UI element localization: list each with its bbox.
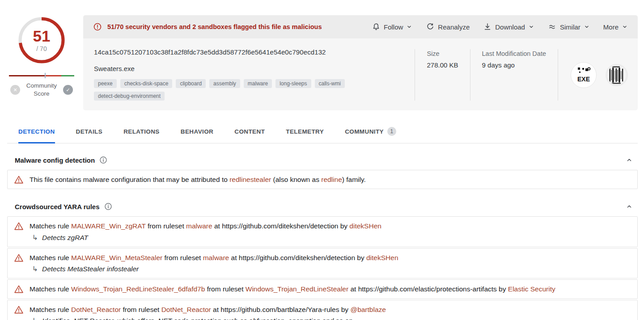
yara-section-header: Crowdsourced YARA rules <box>7 190 638 216</box>
cross-glyph: ✕ <box>13 87 17 93</box>
check-circle-icon[interactable]: ✓ <box>63 85 73 95</box>
cross-circle-icon[interactable]: ✕ <box>10 85 20 95</box>
rule-match-line: Matches rule MALWARE_Win_MetaStealer fro… <box>30 253 398 263</box>
rule-match-line: Matches rule Windows_Trojan_RedLineSteal… <box>30 284 555 294</box>
tab-community-label: COMMUNITY <box>345 128 384 135</box>
toolbar-actions: Follow Reanalyze <box>372 22 628 31</box>
tab-detection[interactable]: DETECTION <box>18 127 55 143</box>
chevron-down-icon <box>528 24 534 30</box>
similar-label: Similar <box>560 23 580 31</box>
info-icon[interactable] <box>99 156 107 164</box>
tag-malware[interactable]: malware <box>244 79 272 88</box>
ruleset-link[interactable]: malware <box>186 222 212 230</box>
tab-telemetry[interactable]: TELEMETRY <box>286 127 324 143</box>
rule-connector: from ruleset <box>162 254 203 261</box>
file-tags: peexe checks-disk-space clipboard assemb… <box>94 79 415 101</box>
score-readout: 51 / 70 <box>17 15 67 65</box>
warning-triangle-icon <box>14 221 24 231</box>
community-score-marker <box>45 73 46 78</box>
rule-connector: at <box>212 222 222 230</box>
reanalyze-button[interactable]: Reanalyze <box>426 22 470 31</box>
tab-behavior[interactable]: BEHAVIOR <box>181 127 213 143</box>
alert-circle-icon <box>93 22 102 31</box>
tag-detect-debug-environment[interactable]: detect-debug-environment <box>94 92 165 101</box>
family-link[interactable]: redlinestealer <box>229 176 271 183</box>
rule-url: https://github.com/bartblaze/Yara-rules <box>220 306 339 313</box>
info-icon[interactable] <box>104 202 112 211</box>
file-meta: Size 278.00 KB Last Modification Date 9 … <box>415 48 628 101</box>
file-hash: 14ca15c0751207103c38f1a2f8fdc73e5dd3d587… <box>94 48 415 56</box>
chevron-up-icon[interactable] <box>625 156 635 164</box>
file-summary-card: 51/70 security vendors and 2 sandboxes f… <box>83 15 638 110</box>
warning-triangle-icon <box>14 253 24 263</box>
rule-match-line: Matches rule MALWARE_Win_zgRAT from rule… <box>30 221 381 231</box>
tab-bar: DETECTION DETAILS RELATIONS BEHAVIOR CON… <box>7 127 638 143</box>
chevron-down-icon <box>622 24 628 30</box>
bell-icon <box>372 22 381 31</box>
last-modified-value: 9 days ago <box>482 61 546 69</box>
author-link[interactable]: Elastic Security <box>508 285 555 293</box>
tag-clipboard[interactable]: clipboard <box>176 79 206 88</box>
warning-triangle-icon <box>14 175 24 185</box>
chevron-up-icon[interactable] <box>625 202 635 211</box>
more-button[interactable]: More <box>603 23 628 31</box>
author-link[interactable]: @bartblaze <box>350 306 386 313</box>
rule-text: Matches rule Windows_Trojan_RedLineSteal… <box>30 284 555 294</box>
tab-relations[interactable]: RELATIONS <box>123 127 160 143</box>
last-modified-label: Last Modification Date <box>482 50 546 57</box>
alias-link[interactable]: redline <box>321 176 342 183</box>
rule-url: https://github.com/ditekshen/detection <box>239 254 355 261</box>
ruleset-link[interactable]: malware <box>203 254 229 261</box>
tab-community[interactable]: COMMUNITY 1 <box>345 127 396 143</box>
rule-connector: by <box>497 285 508 293</box>
yara-title: Crowdsourced YARA rules <box>15 203 100 211</box>
detection-content: Malware config detection This file conta… <box>7 143 638 320</box>
tab-telemetry-label: TELEMETRY <box>286 128 324 135</box>
ruleset-link[interactable]: Windows_Trojan_RedLineStealer <box>246 285 348 293</box>
tab-content[interactable]: CONTENT <box>234 127 265 143</box>
rule-connector: from ruleset <box>121 306 161 313</box>
rule-connector: by <box>355 254 366 261</box>
branch-arrow-icon: ↳ <box>32 232 38 243</box>
tab-details[interactable]: DETAILS <box>76 127 103 143</box>
follow-button[interactable]: Follow <box>372 22 412 31</box>
rule-description-text: Detects MetaStealer infostealer <box>42 264 139 274</box>
malware-config-section-header: Malware config detection <box>7 143 638 170</box>
check-glyph: ✓ <box>66 87 70 93</box>
thumbnail-pattern <box>607 66 626 84</box>
rule-link[interactable]: MALWARE_Win_MetaStealer <box>71 254 162 261</box>
warning-triangle-icon <box>14 305 24 315</box>
rule-link[interactable]: DotNet_Reactor <box>71 306 121 313</box>
tab-detection-label: DETECTION <box>18 128 55 135</box>
malware-config-text: This file contains malware configuration… <box>30 174 366 185</box>
detection-banner: 51/70 security vendors and 2 sandboxes f… <box>83 15 638 38</box>
rule-link[interactable]: MALWARE_Win_zgRAT <box>71 222 146 230</box>
tag-calls-wmi[interactable]: calls-wmi <box>315 79 345 88</box>
rule-connector: by <box>338 222 349 230</box>
rule-link[interactable]: Windows_Trojan_RedLineStealer_6dfafd7b <box>71 285 205 293</box>
branch-arrow-icon: ↳ <box>32 264 38 274</box>
yara-rule-row: Matches rule MALWARE_Win_MetaStealer fro… <box>7 248 638 279</box>
download-icon <box>483 22 492 31</box>
rule-description: ↳Detects MetaStealer infostealer <box>32 264 398 274</box>
download-button[interactable]: Download <box>483 22 534 31</box>
size-value: 278.00 KB <box>427 61 458 69</box>
rule-description-text: Detects zgRAT <box>42 232 88 243</box>
rule-url: https://github.com/elastic/protections-a… <box>358 285 497 293</box>
author-link[interactable]: ditekSHen <box>349 222 381 230</box>
tag-peexe[interactable]: peexe <box>94 79 117 88</box>
rule-connector: from ruleset <box>205 285 245 293</box>
exe-badge-text: EXE <box>577 76 590 83</box>
download-label: Download <box>495 23 525 31</box>
tag-checks-disk-space[interactable]: checks-disk-space <box>120 79 173 88</box>
similar-button[interactable]: Similar <box>548 22 590 31</box>
rule-text: Matches rule MALWARE_Win_zgRAT from rule… <box>30 221 381 243</box>
tag-long-sleeps[interactable]: long-sleeps <box>275 79 311 88</box>
ruleset-link[interactable]: DotNet_Reactor <box>161 306 211 313</box>
yara-rule-row: Matches rule MALWARE_Win_zgRAT from rule… <box>7 216 638 247</box>
banner-text: 51/70 security vendors and 2 sandboxes f… <box>107 23 322 30</box>
author-link[interactable]: ditekSHen <box>366 254 398 261</box>
community-score-track <box>9 75 74 76</box>
tag-assembly[interactable]: assembly <box>209 79 240 88</box>
config-text-after: ) family. <box>342 176 366 183</box>
